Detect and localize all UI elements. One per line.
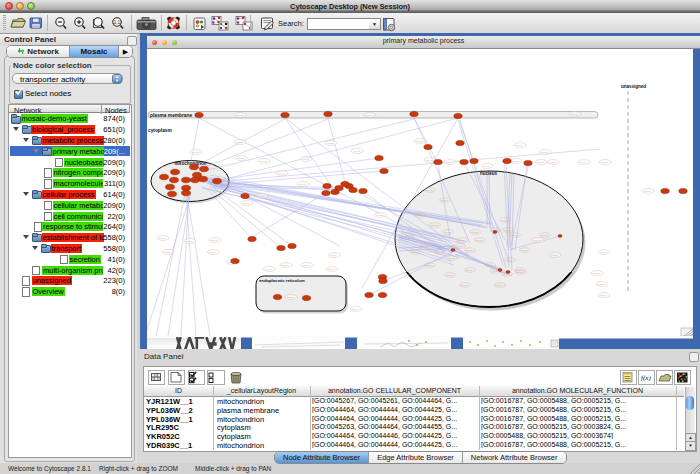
svg-text:xxx-xx: xxx-xx bbox=[580, 161, 588, 164]
svg-text:xxx-xx: xxx-xx bbox=[448, 257, 456, 260]
svg-text:nucleus: nucleus bbox=[480, 171, 498, 176]
svg-text:xxx-xx: xxx-xx bbox=[299, 183, 307, 186]
svg-text:xxx-xx: xxx-xx bbox=[504, 229, 512, 232]
svg-text:xxx-xx: xxx-xx bbox=[600, 251, 608, 254]
svg-text:endoplasmic reticulum: endoplasmic reticulum bbox=[259, 278, 305, 283]
svg-text:xxx-xx: xxx-xx bbox=[186, 240, 194, 243]
svg-text:xxx-xx: xxx-xx bbox=[352, 308, 360, 311]
svg-text:xxx-xx: xxx-xx bbox=[411, 251, 419, 254]
svg-text:xxx-xx: xxx-xx bbox=[486, 264, 494, 267]
svg-text:xxx-xx: xxx-xx bbox=[593, 272, 601, 275]
svg-text:xxx-xx: xxx-xx bbox=[416, 140, 424, 143]
svg-text:xxx-xx: xxx-xx bbox=[421, 244, 429, 247]
svg-text:xxx-xx: xxx-xx bbox=[512, 160, 520, 163]
svg-text:xxx-xx: xxx-xx bbox=[236, 114, 244, 117]
svg-text:xxx-xx: xxx-xx bbox=[446, 161, 454, 164]
svg-text:plasma membrane: plasma membrane bbox=[150, 113, 192, 118]
svg-text:xxx-xx: xxx-xx bbox=[376, 214, 384, 217]
svg-text:xxx-xx: xxx-xx bbox=[541, 234, 549, 237]
svg-text:xxx-xx: xxx-xx bbox=[258, 195, 266, 198]
svg-text:xxx-xx: xxx-xx bbox=[466, 249, 474, 252]
svg-text:xxx-xx: xxx-xx bbox=[496, 284, 504, 287]
svg-text:xxx-xx: xxx-xx bbox=[551, 254, 559, 257]
svg-text:xxx-xx: xxx-xx bbox=[366, 114, 374, 117]
svg-text:xxx-xx: xxx-xx bbox=[159, 237, 167, 240]
svg-text:xxx-xx: xxx-xx bbox=[260, 160, 268, 163]
svg-text:xxx-xx: xxx-xx bbox=[501, 219, 509, 222]
svg-text:xxx-xx: xxx-xx bbox=[598, 283, 606, 286]
svg-text:xxx-xx: xxx-xx bbox=[426, 159, 434, 162]
svg-text:xxx-xx: xxx-xx bbox=[406, 234, 414, 237]
svg-text:xxx-xx: xxx-xx bbox=[328, 268, 336, 271]
svg-text:xxx-xx: xxx-xx bbox=[287, 296, 295, 299]
svg-text:xxx-xx: xxx-xx bbox=[441, 199, 449, 202]
svg-text:xxx-xx: xxx-xx bbox=[353, 150, 361, 153]
svg-text:xxx-xx: xxx-xx bbox=[243, 202, 251, 205]
svg-text:xxx-xx: xxx-xx bbox=[521, 249, 529, 252]
svg-text:xxx-xx: xxx-xx bbox=[571, 113, 579, 116]
svg-text:xxx-xx: xxx-xx bbox=[476, 239, 484, 242]
svg-text:xxx-xx: xxx-xx bbox=[302, 158, 310, 161]
svg-text:xxx-xx: xxx-xx bbox=[549, 161, 557, 164]
svg-text:xxx-xx: xxx-xx bbox=[164, 251, 172, 254]
svg-text:xxx-xx: xxx-xx bbox=[426, 189, 434, 192]
svg-text:xxx-xx: xxx-xx bbox=[237, 157, 245, 160]
svg-text:xxx-xx: xxx-xx bbox=[541, 151, 549, 154]
svg-text:xxx-xx: xxx-xx bbox=[278, 172, 286, 175]
svg-text:xxx-xx: xxx-xx bbox=[506, 259, 514, 262]
svg-text:xxx-xx: xxx-xx bbox=[466, 269, 474, 272]
svg-text:xxx-xx: xxx-xx bbox=[265, 268, 273, 271]
svg-text:xxx-xx: xxx-xx bbox=[192, 151, 200, 154]
svg-text:xxx-xx: xxx-xx bbox=[600, 294, 608, 297]
svg-text:xxx-xx: xxx-xx bbox=[416, 214, 424, 217]
svg-text:xxx-xx: xxx-xx bbox=[471, 231, 479, 234]
svg-text:xxx-xx: xxx-xx bbox=[426, 264, 434, 267]
svg-text:xxx-xx: xxx-xx bbox=[491, 270, 499, 273]
svg-text:xxx-xx: xxx-xx bbox=[282, 264, 290, 267]
svg-text:xxx-xx: xxx-xx bbox=[534, 239, 542, 242]
svg-text:xxx-xx: xxx-xx bbox=[644, 190, 652, 193]
svg-text:xxx-xx: xxx-xx bbox=[483, 165, 491, 168]
svg-text:xxx-xx: xxx-xx bbox=[458, 239, 466, 242]
svg-text:xxx-xx: xxx-xx bbox=[511, 234, 519, 237]
svg-text:1:1: 1:1 bbox=[114, 20, 121, 25]
svg-text:xxx-xx: xxx-xx bbox=[330, 254, 338, 257]
svg-text:xxx-xx: xxx-xx bbox=[209, 251, 217, 254]
svg-text:xxx-xx: xxx-xx bbox=[446, 274, 454, 277]
svg-text:xxx-xx: xxx-xx bbox=[516, 271, 524, 274]
svg-text:xxx-xx: xxx-xx bbox=[436, 251, 444, 254]
svg-text:xxx-xx: xxx-xx bbox=[327, 142, 335, 145]
svg-text:xxx-xx: xxx-xx bbox=[303, 264, 311, 267]
svg-text:xxx-xx: xxx-xx bbox=[537, 161, 545, 164]
svg-text:xxx-xx: xxx-xx bbox=[461, 284, 469, 287]
svg-text:cytoplasm: cytoplasm bbox=[148, 128, 172, 133]
svg-text:f(x): f(x) bbox=[641, 374, 651, 382]
svg-text:xxx-xx: xxx-xx bbox=[236, 141, 244, 144]
svg-text:xxx-xx: xxx-xx bbox=[601, 161, 609, 164]
svg-text:xxx-xx: xxx-xx bbox=[444, 231, 452, 234]
svg-text:xxx-xx: xxx-xx bbox=[211, 239, 219, 242]
svg-text:unassigned: unassigned bbox=[621, 84, 646, 89]
svg-text:xxx-xx: xxx-xx bbox=[516, 144, 524, 147]
svg-text:xxx-xx: xxx-xx bbox=[431, 224, 439, 227]
svg-text:xxx-xx: xxx-xx bbox=[456, 245, 464, 248]
